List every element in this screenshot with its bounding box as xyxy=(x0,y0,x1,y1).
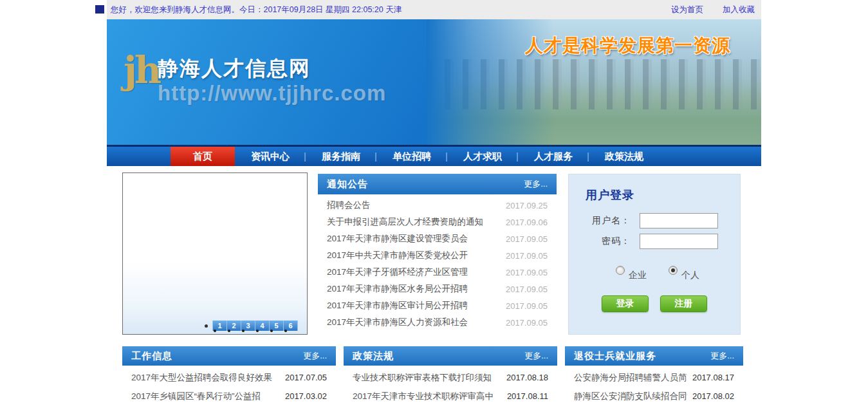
work-info-more-link[interactable]: 更多... xyxy=(303,350,327,362)
work-info-item-date: 2017.03.02 xyxy=(285,391,327,401)
login-buttons-row: 登录 注册 xyxy=(569,295,740,312)
password-field-row: 密码： xyxy=(569,234,740,249)
account-type-group: 企业 个人 xyxy=(569,266,740,281)
topbar-marker-icon xyxy=(95,5,104,14)
work-info-title: 工作信息 xyxy=(131,350,172,362)
policy-item-title: 2017年天津市专业技术职称评审高中 xyxy=(353,391,502,402)
work-info-item[interactable]: 2017年《春风行动》大型公益招聘会 2017.03.27 xyxy=(131,405,327,410)
carousel-page-list: 1 2 3 4 5 6 xyxy=(212,321,298,331)
nav-item[interactable]: 服务指南 xyxy=(306,147,376,166)
veteran-service-item[interactable]: 防员简章 xyxy=(574,405,734,410)
password-input[interactable] xyxy=(640,234,718,249)
veteran-service-more-link[interactable]: 更多... xyxy=(710,350,734,362)
site-title: 静海人才信息网 xyxy=(158,55,311,83)
account-type-radio[interactable]: 企业 xyxy=(616,266,647,281)
nav-item-label: 人才求职 xyxy=(463,151,502,162)
nav-item-label: 人才服务 xyxy=(534,151,573,162)
account-type-label: 个人 xyxy=(681,270,699,281)
policy-item[interactable]: 职称管理信息系统操作手册 2017.08.09 xyxy=(353,405,548,410)
nav-item[interactable]: 人才求职 xyxy=(447,147,518,166)
veteran-service-item[interactable]: 公安静海分局招聘辅警人员简章 2017.08.17 xyxy=(574,368,734,387)
nav-item[interactable]: 政策法规 xyxy=(589,147,660,166)
nav-item[interactable]: 人才服务 xyxy=(518,147,589,166)
work-info-item-title: 2017年乡镇园区“春风行动”公益招 xyxy=(131,391,280,402)
notice-item[interactable]: 2017年天津市静海区水务局公开招聘 2017.09.05 xyxy=(327,281,548,297)
veteran-service-item-date: 2017.08.17 xyxy=(692,373,734,382)
site-url: http://www.tjjhrc.com xyxy=(158,81,386,106)
notice-item[interactable]: 2017年中共天津市静海区委党校公开 2017.09.05 xyxy=(327,247,548,264)
policy-list: 专业技术职称评审表格下载打印须知 2017.08.18 2017年天津市专业技术… xyxy=(344,366,557,410)
work-info-item[interactable]: 2017年大型公益招聘会取得良好效果 2017.07.05 xyxy=(131,368,327,387)
carousel-page-button[interactable]: 5 xyxy=(270,321,284,331)
policy-more-link[interactable]: 更多... xyxy=(524,350,548,362)
veteran-service-header: 退役士兵就业服务 更多... xyxy=(565,346,743,366)
veteran-service-title: 退役士兵就业服务 xyxy=(574,350,656,362)
veteran-service-item-title: 静海区公安消防支队续招合同制消 xyxy=(574,391,687,402)
carousel-page-button[interactable]: 1 xyxy=(213,321,227,331)
top-bar: 您好，欢迎您来到静海人才信息网。今日：2017年09月28日 星期四 22:05… xyxy=(107,0,761,19)
veteran-service-item-title: 公安静海分局招聘辅警人员简章 xyxy=(574,372,687,384)
policy-item[interactable]: 2017年天津市专业技术职称评审高中 2017.08.11 xyxy=(353,387,548,405)
register-button[interactable]: 注册 xyxy=(660,295,707,312)
carousel-page-button[interactable]: 4 xyxy=(255,321,270,331)
carousel-pager: 1 2 3 4 5 6 xyxy=(205,321,298,331)
notices-list: 招聘会公告 2017.09.25 关于申报引进高层次人才经费资助的通知 2017… xyxy=(318,194,557,331)
carousel-page-button[interactable]: 6 xyxy=(284,321,298,331)
veteran-service-list: 公安静海分局招聘辅警人员简章 2017.08.17 静海区公安消防支队续招合同制… xyxy=(565,366,743,410)
content-row-1: 1 2 3 4 5 6 通知公告 更多... xyxy=(107,172,761,336)
work-info-list: 2017年大型公益招聘会取得良好效果 2017.07.05 2017年乡镇园区“… xyxy=(122,366,336,410)
notice-item-title: 2017年中共天津市静海区委党校公开 xyxy=(327,250,501,261)
notice-item-date: 2017.09.05 xyxy=(506,251,548,261)
notice-item[interactable]: 2017年天津市静海区人力资源和社会 2017.09.05 xyxy=(327,314,548,331)
banner-slogan: 人才是科学发展第一资源 xyxy=(525,33,730,58)
notices-header: 通知公告 更多... xyxy=(318,174,557,194)
radio-icon xyxy=(616,266,625,275)
banner-cityscape-photo: 人才是科学发展第一资源 xyxy=(427,19,761,145)
login-title: 用户登录 xyxy=(586,187,740,203)
notices-panel: 通知公告 更多... 招聘会公告 2017.09.25 关于申报引进高层次人才经… xyxy=(318,174,557,331)
carousel-page-button[interactable]: 3 xyxy=(241,321,255,331)
nav-item-label: 单位招聘 xyxy=(392,151,431,162)
nav-item[interactable]: 首页 xyxy=(171,147,235,166)
topbar-links: 设为首页 加入收藏 xyxy=(671,5,755,15)
notice-item-title: 2017年天津市静海区人力资源和社会 xyxy=(327,317,501,328)
login-button[interactable]: 登录 xyxy=(602,295,649,312)
notice-item-title: 招聘会公告 xyxy=(327,200,501,211)
policy-item-date: 2017.08.11 xyxy=(507,391,548,401)
main-nav: 首页 资讯中心 服务指南 单位招聘 人才求职 人才 xyxy=(107,145,761,166)
notice-item-title: 关于申报引进高层次人才经费资助的通知 xyxy=(327,216,501,228)
veteran-service-item[interactable]: 静海区公安消防支队续招合同制消 2017.08.02 xyxy=(574,387,734,405)
add-favorite-link[interactable]: 加入收藏 xyxy=(723,5,755,15)
carousel-page-button[interactable]: 2 xyxy=(227,321,241,331)
notice-item-title: 2017年天津市静海区水务局公开招聘 xyxy=(327,283,501,295)
notice-item-title: 2017年天津子牙循环经济产业区管理 xyxy=(327,266,501,278)
nav-item[interactable]: 单位招聘 xyxy=(376,147,447,166)
policy-item[interactable]: 专业技术职称评审表格下载打印须知 2017.08.18 xyxy=(353,368,548,387)
policy-header: 政策法规 更多... xyxy=(344,346,557,366)
set-homepage-link[interactable]: 设为首页 xyxy=(671,5,703,15)
work-info-header: 工作信息 更多... xyxy=(122,346,336,366)
notice-item[interactable]: 招聘会公告 2017.09.25 xyxy=(327,197,548,214)
notice-item-title: 2017年天津市静海区审计局公开招聘 xyxy=(327,300,501,312)
username-input[interactable] xyxy=(640,213,718,228)
notice-item-date: 2017.09.05 xyxy=(506,284,548,294)
login-panel: 用户登录 用户名： 密码： 企业 个人 xyxy=(568,174,741,335)
account-type-radio[interactable]: 个人 xyxy=(669,266,699,281)
header-banner: 人才是科学发展第一资源 jh 静海人才信息网 http://www.tjjhrc… xyxy=(107,19,761,145)
notices-more-link[interactable]: 更多... xyxy=(524,178,548,190)
work-info-item[interactable]: 2017年乡镇园区“春风行动”公益招 2017.03.02 xyxy=(131,387,327,405)
policy-item-title: 专业技术职称评审表格下载打印须知 xyxy=(353,372,501,384)
notice-item[interactable]: 关于申报引进高层次人才经费资助的通知 2017.09.06 xyxy=(327,214,548,230)
notice-item[interactable]: 2017年天津子牙循环经济产业区管理 2017.09.05 xyxy=(327,264,548,281)
carousel-dot-icon xyxy=(205,324,208,328)
nav-item[interactable]: 资讯中心 xyxy=(235,147,306,166)
policy-item-date: 2017.08.18 xyxy=(506,373,548,382)
site-logo-icon: jh xyxy=(124,51,159,89)
welcome-text: 您好，欢迎您来到静海人才信息网。今日：2017年09月28日 星期四 22:05… xyxy=(111,5,402,15)
nav-item-label: 首页 xyxy=(193,151,212,162)
nav-item-label: 政策法规 xyxy=(605,151,643,162)
notice-item-date: 2017.09.05 xyxy=(506,301,548,311)
notice-item[interactable]: 2017年天津市静海区建设管理委员会 2017.09.05 xyxy=(327,230,548,247)
notice-item-date: 2017.09.25 xyxy=(506,201,548,210)
notice-item[interactable]: 2017年天津市静海区审计局公开招聘 2017.09.05 xyxy=(327,297,548,314)
